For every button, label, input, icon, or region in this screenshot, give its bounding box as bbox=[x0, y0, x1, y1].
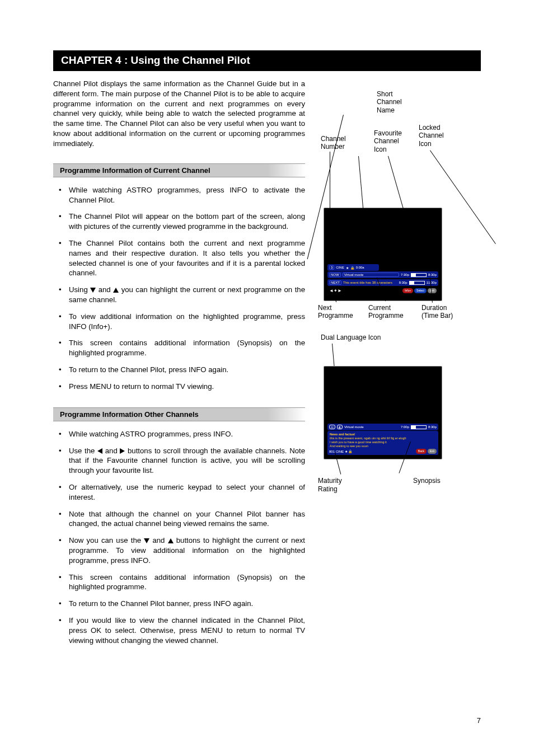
time-bar-info bbox=[411, 425, 427, 429]
next-title: This event title has 38 characters bbox=[343, 281, 397, 284]
chapter-title: CHAPTER 4 : Using the Channel Pilot bbox=[53, 50, 481, 71]
lock-icon: 🔒 bbox=[350, 266, 354, 270]
list-item: Now you can use the and buttons to highl… bbox=[69, 536, 305, 565]
favourite-icon: ★ bbox=[346, 266, 349, 270]
down-arrow-icon bbox=[144, 538, 149, 543]
intro-paragraph: Channel Pilot displays the same informat… bbox=[53, 79, 305, 149]
next-start: 8:30p bbox=[399, 281, 407, 284]
up-arrow-icon bbox=[113, 288, 119, 293]
list-item: To return to the Channel Pilot, press IN… bbox=[69, 365, 305, 375]
label-short-channel-name: ShortChannelName bbox=[377, 90, 402, 114]
list-item: While watching ASTRO programmes, press I… bbox=[69, 429, 305, 439]
left-arrow-icon bbox=[97, 448, 102, 454]
info-plus-button[interactable]: Info+ bbox=[402, 288, 413, 293]
section-heading-other-channels: Programme Information Other Channels bbox=[53, 407, 305, 421]
tv-screen-2: cc ◐ Virtual movie 7:00p 8:30p News and … bbox=[324, 366, 442, 459]
pilot-now-row: NOW Virtual movie 7:30p 8:30p bbox=[327, 271, 438, 278]
back-button[interactable]: Back bbox=[416, 449, 427, 454]
tv-screen-1: 3 CINE ★ 🔒 0:00a NOW Virtual movie 7:30p… bbox=[324, 208, 442, 301]
bullet-list-section2: While watching ASTRO programmes, press I… bbox=[53, 429, 305, 646]
list-item: To return to the Channel Pilot banner, p… bbox=[69, 599, 305, 609]
label-duration: Duration(Time Bar) bbox=[421, 304, 453, 320]
nav-arrows-icon: ◄✦► bbox=[329, 288, 342, 293]
synopsis-header: News and factual bbox=[330, 433, 436, 436]
list-item: Or alternatively, use the numeric keypad… bbox=[69, 482, 305, 503]
channel-short-name: CINE bbox=[336, 266, 344, 269]
list-item: If you would like to view the channel in… bbox=[69, 616, 305, 645]
maturity-rating: 801 bbox=[329, 450, 335, 453]
label-maturity-rating: MaturityRating bbox=[318, 477, 342, 493]
down-arrow-icon bbox=[90, 288, 96, 293]
time-bar-next bbox=[409, 281, 425, 285]
bullet-list-section1: While watching ASTRO programmes, press I… bbox=[53, 185, 305, 392]
figure-info-plus: cc ◐ Virtual movie 7:00p 8:30p News and … bbox=[321, 344, 480, 528]
list-item: Using and you can highlight the current … bbox=[69, 285, 305, 305]
now-end: 8:30p bbox=[428, 273, 437, 276]
next-end: 11:30p bbox=[427, 281, 437, 284]
now-tag: NOW bbox=[329, 273, 341, 277]
synopsis-line: I wish you to have a good time watching … bbox=[330, 440, 436, 444]
exit-button[interactable]: Exit bbox=[428, 288, 437, 293]
list-item: Use the and buttons to scroll through th… bbox=[69, 446, 305, 476]
info-end: 8:30p bbox=[428, 425, 437, 429]
list-item: While watching ASTRO programmes, press I… bbox=[69, 185, 305, 205]
next-tag: NEXT bbox=[329, 280, 341, 285]
page-number: 7 bbox=[477, 716, 481, 725]
exit-button[interactable]: Exit bbox=[428, 449, 437, 454]
label-current-programme: CurrentProgramme bbox=[368, 304, 404, 320]
select-button[interactable]: Select bbox=[414, 288, 427, 293]
info-title: Virtual movie bbox=[344, 425, 399, 429]
synopsis-line: this is the present event, ngab uin ng a… bbox=[330, 436, 436, 440]
right-arrow-icon bbox=[120, 448, 125, 454]
pilot-next-row: NEXT This event title has 38 characters … bbox=[327, 279, 438, 286]
label-next-programme: NextProgramme bbox=[318, 304, 353, 320]
section-heading-current-channel: Programme Information of Current Channel bbox=[53, 163, 305, 177]
dual-lang-icon: ◐ bbox=[337, 425, 343, 429]
clock-time: 0:00a bbox=[356, 266, 364, 269]
list-item: This screen contains additional informat… bbox=[69, 572, 305, 593]
list-item: Note that although the channel on your C… bbox=[69, 509, 305, 529]
list-item: This screen contains additional informat… bbox=[69, 338, 305, 358]
list-item: The Channel Pilot will appear on the bot… bbox=[69, 212, 305, 232]
label-locked-icon: LockedChannelIcon bbox=[419, 124, 444, 148]
figure-channel-pilot: ShortChannelName ChannelNumber Favourite… bbox=[321, 90, 480, 320]
up-arrow-icon bbox=[168, 538, 174, 543]
info-footer-row: 801 CINE ★ 🔒 Back Exit bbox=[327, 448, 438, 455]
channel-number-value: 3 bbox=[329, 265, 334, 270]
content-column: Channel Pilot displays the same informat… bbox=[53, 79, 305, 661]
cc-icon: cc bbox=[329, 425, 335, 429]
time-bar-now bbox=[411, 273, 427, 277]
figure-column: ShortChannelName ChannelNumber Favourite… bbox=[321, 79, 480, 661]
list-item: The Channel Pilot contains both the curr… bbox=[69, 238, 305, 278]
info-start: 7:00p bbox=[401, 425, 409, 429]
favourite-icon: ★ bbox=[345, 450, 348, 453]
label-channel-number: ChannelNumber bbox=[321, 135, 346, 151]
now-start: 7:30p bbox=[401, 273, 409, 276]
info-header-row: cc ◐ Virtual movie 7:00p 8:30p bbox=[327, 424, 438, 430]
label-favourite-icon: FavouriteChannelIcon bbox=[374, 129, 402, 153]
now-title: Virtual movie bbox=[343, 273, 399, 277]
list-item: To view additional information on the hi… bbox=[69, 312, 305, 332]
pilot-header-bar: 3 CINE ★ 🔒 0:00a bbox=[327, 264, 379, 271]
label-dual-language: Dual Language Icon bbox=[321, 334, 480, 341]
list-item: Press MENU to return to normal TV viewin… bbox=[69, 382, 305, 392]
lock-icon: 🔒 bbox=[348, 450, 352, 453]
info-ch-name: CINE bbox=[336, 450, 344, 453]
label-synopsis: Synopsis bbox=[413, 477, 441, 485]
